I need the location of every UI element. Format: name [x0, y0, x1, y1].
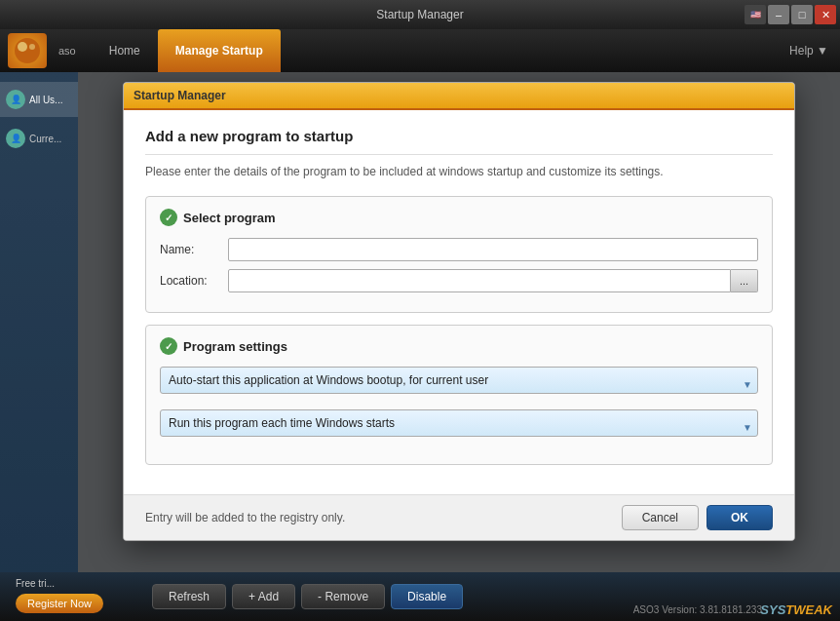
- program-settings-check-icon: ✓: [160, 337, 177, 355]
- ok-button[interactable]: OK: [706, 505, 773, 530]
- flag-button[interactable]: 🇺🇸: [745, 5, 766, 24]
- register-button[interactable]: Register Now: [16, 594, 103, 613]
- dialog: Startup Manager Add a new program to sta…: [123, 82, 795, 541]
- name-row: Name:: [160, 238, 758, 261]
- all-users-icon: 👤: [6, 90, 25, 109]
- logo-icon: [8, 33, 47, 68]
- dialog-footer: Entry will be added to the registry only…: [124, 494, 794, 540]
- version-text: ASO3 Version: 3.81.8181.233: [633, 604, 762, 615]
- svg-point-2: [29, 44, 35, 50]
- select-program-section: ✓ Select program Name: Location: ...: [145, 196, 773, 313]
- cancel-button[interactable]: Cancel: [622, 505, 699, 530]
- dialog-body: Add a new program to startup Please ente…: [124, 110, 794, 494]
- program-settings-title: ✓ Program settings: [160, 337, 758, 355]
- sidebar: 👤 All Us... 👤 Curre...: [0, 72, 78, 572]
- svg-point-1: [18, 42, 27, 52]
- dialog-title: Startup Manager: [134, 89, 226, 102]
- free-trial-text: Free tri...: [16, 578, 55, 589]
- remove-button[interactable]: - Remove: [301, 584, 385, 609]
- sidebar-all-users-label: All Us...: [29, 95, 62, 105]
- dialog-title-bar: Startup Manager: [124, 83, 794, 110]
- help-menu[interactable]: Help ▼: [789, 44, 828, 58]
- main-area: 👤 All Us... 👤 Curre... Startup Manager A…: [0, 72, 840, 572]
- name-label: Name:: [160, 243, 228, 256]
- app-title: Startup Manager: [376, 8, 463, 21]
- close-button[interactable]: ✕: [815, 5, 836, 24]
- svg-point-0: [15, 38, 40, 63]
- nav-logo: [8, 29, 47, 72]
- location-label: Location:: [160, 274, 228, 288]
- run-mode-dropdown-wrapper: Run this program each time Windows start…: [160, 409, 758, 445]
- systweak-brand: SYSTWEAK: [760, 602, 832, 617]
- location-input[interactable]: [228, 269, 731, 292]
- toolbar-actions: Refresh + Add - Remove Disable: [152, 584, 463, 609]
- dialog-overlay: Startup Manager Add a new program to sta…: [78, 72, 840, 572]
- sidebar-item-current-user[interactable]: 👤 Curre...: [0, 121, 78, 156]
- select-program-check-icon: ✓: [160, 209, 177, 226]
- autostart-dropdown[interactable]: Auto-start this application at Windows b…: [160, 367, 758, 394]
- tab-manage-startup[interactable]: Manage Startup: [158, 29, 281, 72]
- name-input[interactable]: [228, 238, 758, 261]
- sidebar-item-all-users[interactable]: 👤 All Us...: [0, 82, 78, 117]
- sidebar-current-label: Curre...: [29, 134, 61, 144]
- current-user-icon: 👤: [6, 129, 25, 148]
- bottom-toolbar: Free tri... Register Now Refresh + Add -…: [0, 572, 840, 621]
- footer-buttons: Cancel OK: [622, 505, 773, 530]
- browse-button[interactable]: ...: [731, 269, 758, 292]
- minimize-button[interactable]: –: [768, 5, 789, 24]
- dialog-heading: Add a new program to startup: [145, 128, 773, 144]
- dialog-separator: [145, 154, 773, 155]
- program-settings-section: ✓ Program settings Auto-start this appli…: [145, 325, 773, 465]
- nav-bar: aso Home Manage Startup Help ▼: [0, 29, 840, 72]
- select-program-title: ✓ Select program: [160, 209, 758, 226]
- title-bar: Startup Manager 🇺🇸 – □ ✕: [0, 0, 840, 29]
- autostart-dropdown-wrapper: Auto-start this application at Windows b…: [160, 367, 758, 402]
- aso-label: aso: [58, 29, 76, 72]
- disable-button[interactable]: Disable: [391, 584, 463, 609]
- location-row: Location: ...: [160, 269, 758, 292]
- refresh-button[interactable]: Refresh: [152, 584, 226, 609]
- tab-home[interactable]: Home: [92, 29, 158, 72]
- run-mode-dropdown[interactable]: Run this program each time Windows start…: [160, 409, 758, 437]
- footer-note: Entry will be added to the registry only…: [145, 511, 345, 524]
- add-button[interactable]: + Add: [232, 584, 295, 609]
- maximize-button[interactable]: □: [791, 5, 813, 24]
- content-area: Startup Manager Add a new program to sta…: [78, 72, 840, 572]
- dialog-description: Please enter the details of the program …: [145, 165, 773, 178]
